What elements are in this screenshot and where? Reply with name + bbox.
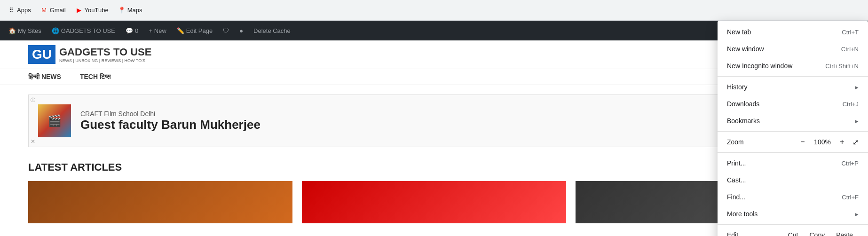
divider-3 xyxy=(718,152,868,153)
zoom-decrease-button[interactable]: − xyxy=(796,135,809,149)
site-icon: 🌐 xyxy=(52,27,59,34)
menu-more-tools[interactable]: More tools ▸ xyxy=(718,205,868,222)
bookmark-apps-label: Apps xyxy=(17,7,31,14)
bookmark-youtube[interactable]: ▶ YouTube xyxy=(71,5,112,16)
menu-history[interactable]: History ▸ xyxy=(718,79,868,95)
wp-shield[interactable]: 🛡 xyxy=(218,25,234,36)
cut-button[interactable]: Cut xyxy=(782,229,804,236)
wp-comments[interactable]: 💬 0 xyxy=(121,25,143,36)
zoom-buttons: − 100% + ⤢ xyxy=(796,135,859,149)
zoom-fullscreen-button[interactable]: ⤢ xyxy=(852,138,859,147)
gmail-icon: M xyxy=(40,7,48,14)
nav-hindi-news[interactable]: हिन्दी NEWS xyxy=(28,73,61,81)
menu-downloads[interactable]: Downloads Ctrl+J xyxy=(718,95,868,112)
logo-box: GU xyxy=(28,45,55,64)
divider-4 xyxy=(718,224,868,225)
wp-delete-cache[interactable]: Delete Cache xyxy=(249,25,295,36)
logo-sub-text: NEWS | UNBOXING | REVIEWS | HOW TO'S xyxy=(59,58,151,63)
bookmark-apps[interactable]: ⠿ Apps xyxy=(4,5,35,16)
logo-brand-text: GADGETS TO USE xyxy=(59,46,151,58)
divider-2 xyxy=(718,131,868,132)
article-thumb-2[interactable] xyxy=(302,181,566,223)
copy-button[interactable]: Copy xyxy=(804,229,831,236)
bookmarks-bar: ⠿ Apps M Gmail ▶ YouTube 📍 Maps xyxy=(0,0,868,21)
article-thumb-1[interactable] xyxy=(28,181,292,223)
wp-site-name[interactable]: 🌐 GADGETS TO USE xyxy=(47,25,120,36)
bookmark-youtube-label: YouTube xyxy=(85,7,109,14)
zoom-increase-button[interactable]: + xyxy=(836,135,849,149)
zoom-level: 100% xyxy=(813,138,832,146)
chrome-menu: New tab Ctrl+T New window Ctrl+N New Inc… xyxy=(718,21,868,236)
edit-actions: Cut Copy Paste xyxy=(782,229,859,236)
paste-button[interactable]: Paste xyxy=(830,229,859,236)
logo-letters: GU xyxy=(32,47,52,62)
nav-tech[interactable]: TECH टिप्स xyxy=(80,73,110,81)
wp-my-sites[interactable]: 🏠 My Sites xyxy=(4,25,46,36)
edit-icon: ✏️ xyxy=(177,27,184,34)
menu-print[interactable]: Print... Ctrl+P xyxy=(718,155,868,172)
menu-cast[interactable]: Cast... xyxy=(718,172,868,189)
bookmark-gmail[interactable]: M Gmail xyxy=(37,5,70,16)
dot-icon: ● xyxy=(239,27,243,34)
menu-find[interactable]: Find... Ctrl+F xyxy=(718,189,868,205)
maps-icon: 📍 xyxy=(118,7,126,14)
ad-title: Guest faculty Barun Mukherjee xyxy=(80,118,770,132)
ad-info-icon: ⓘ xyxy=(31,97,35,103)
wp-dot[interactable]: ● xyxy=(235,25,248,36)
bookmark-maps[interactable]: 📍 Maps xyxy=(114,5,146,16)
bookmark-maps-label: Maps xyxy=(127,7,142,14)
comments-icon: 💬 xyxy=(126,27,133,34)
my-sites-icon: 🏠 xyxy=(8,27,16,34)
wp-edit-page[interactable]: ✏️ Edit Page xyxy=(172,25,217,36)
menu-incognito[interactable]: New Incognito window Ctrl+Shift+N xyxy=(718,57,868,74)
site-logo: GU GADGETS TO USE NEWS | UNBOXING | REVI… xyxy=(28,45,151,64)
menu-new-window[interactable]: New window Ctrl+N xyxy=(718,40,868,57)
divider-1 xyxy=(718,76,868,77)
edit-row: Edit Cut Copy Paste xyxy=(718,227,868,236)
logo-text-area: GADGETS TO USE NEWS | UNBOXING | REVIEWS… xyxy=(59,46,151,63)
ad-text: CRAFT Film School Delhi Guest faculty Ba… xyxy=(80,110,770,132)
ad-label: CRAFT Film School Delhi xyxy=(80,110,770,118)
apps-icon: ⠿ xyxy=(8,7,15,14)
menu-new-tab[interactable]: New tab Ctrl+T xyxy=(718,24,868,40)
bookmark-gmail-label: Gmail xyxy=(50,7,66,14)
new-icon: + xyxy=(149,27,152,34)
wp-new[interactable]: + New xyxy=(144,25,171,36)
menu-bookmarks[interactable]: Bookmarks ▸ xyxy=(718,112,868,129)
ad-image: 🎬 xyxy=(38,104,71,137)
youtube-icon: ▶ xyxy=(75,7,83,14)
ad-close-icon[interactable]: ✕ xyxy=(31,138,35,145)
zoom-control: Zoom − 100% + ⤢ xyxy=(718,134,868,150)
shield-icon: 🛡 xyxy=(223,27,229,34)
